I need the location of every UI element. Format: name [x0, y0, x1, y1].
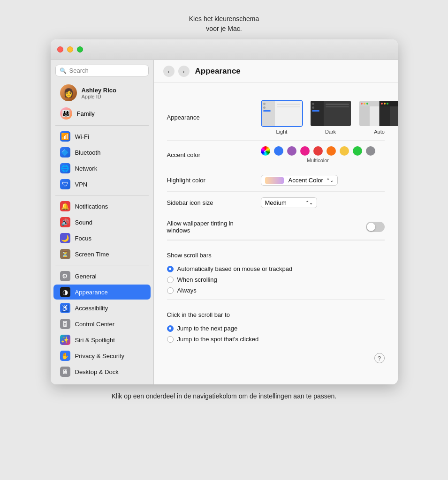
settings-window: 🔍 👩 Ashley Rico Apple ID 👨‍👩‍👧 Family 📶: [51, 39, 398, 384]
search-bar[interactable]: 🔍: [55, 65, 149, 76]
sidebar: 🔍 👩 Ashley Rico Apple ID 👨‍👩‍👧 Family 📶: [51, 60, 154, 384]
sidebar-item-general[interactable]: ⚙ General: [53, 269, 151, 284]
sidebar-item-desktop[interactable]: 🖥 Desktop & Dock: [53, 364, 151, 379]
scroll-always-option[interactable]: Always: [167, 287, 385, 294]
accent-red[interactable]: [313, 146, 323, 156]
titlebar: [51, 39, 398, 60]
general-label: General: [75, 273, 97, 280]
scroll-auto-option[interactable]: Automatically based on mouse or trackpad: [167, 265, 385, 272]
sidebar-item-siri[interactable]: ✨ Siri & Spotlight: [53, 332, 151, 347]
sound-label: Sound: [75, 219, 93, 226]
click-nextpage-radio[interactable]: [167, 325, 174, 332]
sidebar-size-value: Medium: [265, 199, 287, 206]
window-body: 🔍 👩 Ashley Rico Apple ID 👨‍👩‍👧 Family 📶: [51, 60, 398, 384]
appearance-auto-thumb: [358, 100, 398, 127]
privacy-icon: ✋: [60, 351, 70, 361]
help-area: ?: [167, 348, 385, 368]
sidebar-item-controlcenter[interactable]: 🎛 Control Center: [53, 316, 151, 331]
accent-pink[interactable]: [300, 146, 310, 156]
scroll-group-title: Show scroll bars: [167, 252, 385, 259]
forward-button[interactable]: ›: [178, 66, 190, 77]
appearance-light-thumb: [261, 100, 303, 127]
light-label: Light: [276, 129, 288, 135]
sidebar-item-notifications[interactable]: 🔔 Notifications: [53, 199, 151, 214]
click-section: Click in the scroll bar to Jump to the n…: [167, 300, 385, 348]
sidebar-size-dropdown[interactable]: Medium ⌃⌄: [261, 197, 317, 208]
accent-multicolor[interactable]: [261, 146, 270, 156]
scroll-when-radio[interactable]: [167, 277, 174, 283]
sidebar-item-focus[interactable]: 🌙 Focus: [53, 231, 151, 246]
dark-label: Dark: [325, 129, 336, 135]
sidebar-item-privacy[interactable]: ✋ Privacy & Security: [53, 348, 151, 363]
scroll-section: Show scroll bars Automatically based on …: [167, 240, 385, 300]
highlight-color-row: Highlight color Accent Color ⌃⌄: [167, 169, 385, 192]
maximize-button[interactable]: [77, 46, 83, 52]
click-group-title: Click in the scroll bar to: [167, 311, 385, 318]
accent-blue[interactable]: [274, 146, 283, 156]
click-spot-radio[interactable]: [167, 336, 174, 343]
sidebar-item-screentime[interactable]: ⏳ Screen Time: [53, 247, 151, 262]
click-radio-group: Click in the scroll bar to Jump to the n…: [167, 306, 385, 348]
sidebar-item-accessibility[interactable]: ♿ Accessibility: [53, 300, 151, 315]
sidebar-item-appearance[interactable]: ◑ Appearance: [53, 285, 151, 300]
sidebar-item-bluetooth[interactable]: 🔷 Bluetooth: [53, 145, 151, 160]
sidebar-size-label: Sidebar icon size: [167, 199, 251, 206]
sidebar-item-wifi[interactable]: 📶 Wi-Fi: [53, 129, 151, 144]
desktop-icon: 🖥: [60, 367, 70, 377]
tooltip-top: Kies het kleurenschema voor je Mac.: [189, 14, 259, 34]
screentime-icon: ⏳: [60, 249, 70, 259]
appearance-options: Light: [261, 100, 398, 135]
sidebar-item-vpn[interactable]: 🛡 VPN: [53, 177, 151, 192]
sidebar-size-control: Medium ⌃⌄: [261, 197, 385, 208]
accent-yellow[interactable]: [340, 146, 349, 156]
appearance-auto-option[interactable]: Auto: [358, 100, 398, 135]
appearance-light-option[interactable]: Light: [261, 100, 303, 135]
click-spot-option[interactable]: Jump to the spot that's clicked: [167, 336, 385, 343]
scroll-when-label: When scrolling: [177, 276, 217, 283]
back-button[interactable]: ‹: [163, 66, 175, 77]
thumb-sidebar-dark: [311, 101, 324, 126]
click-nextpage-option[interactable]: Jump to the next page: [167, 325, 385, 332]
accent-purple[interactable]: [287, 146, 296, 156]
family-label: Family: [77, 110, 95, 117]
sidebar-divider-3: [55, 265, 149, 265]
highlight-color-dropdown[interactable]: Accent Color ⌃⌄: [261, 175, 338, 186]
help-button[interactable]: ?: [374, 353, 385, 363]
scroll-always-radio[interactable]: [167, 287, 174, 294]
accent-green[interactable]: [353, 146, 362, 156]
accent-orange[interactable]: [327, 146, 336, 156]
wallpaper-tinting-toggle[interactable]: [366, 222, 385, 232]
profile-name: Ashley Rico: [82, 87, 116, 94]
scroll-when-option[interactable]: When scrolling: [167, 276, 385, 283]
appearance-options-control: Light: [261, 100, 398, 135]
accent-color-label: Accent color: [167, 151, 251, 158]
highlight-color-label: Highlight color: [167, 177, 251, 184]
main-content: ‹ › Appearance Appearance: [154, 60, 398, 384]
scroll-always-label: Always: [177, 287, 197, 294]
sidebar-item-network[interactable]: 🌐 Network: [53, 161, 151, 176]
minimize-button[interactable]: [67, 46, 73, 52]
click-spot-label: Jump to the spot that's clicked: [177, 336, 259, 343]
accent-gray[interactable]: [366, 146, 375, 156]
accent-sublabel: Multicolor: [307, 158, 329, 163]
desktop-label: Desktop & Dock: [75, 368, 119, 375]
network-icon: 🌐: [60, 163, 70, 173]
sidebar-item-sound[interactable]: 🔊 Sound: [53, 215, 151, 230]
profile-item[interactable]: 👩 Ashley Rico Apple ID: [53, 82, 151, 104]
appearance-icon: ◑: [60, 287, 70, 297]
scroll-auto-radio[interactable]: [167, 266, 174, 272]
bluetooth-icon: 🔷: [60, 147, 70, 158]
family-avatar-icon: 👨‍👩‍👧: [60, 107, 72, 120]
avatar: 👩: [60, 84, 77, 101]
close-button[interactable]: [57, 46, 63, 52]
appearance-dark-option[interactable]: Dark: [310, 100, 352, 135]
profile-text: Ashley Rico Apple ID: [82, 87, 116, 99]
thumb-sidebar-light: [262, 101, 275, 126]
search-input[interactable]: [69, 67, 144, 74]
highlight-color-control: Accent Color ⌃⌄: [261, 175, 385, 186]
sidebar-size-row: Sidebar icon size Medium ⌃⌄: [167, 192, 385, 214]
profile-sub: Apple ID: [82, 94, 116, 99]
accessibility-label: Accessibility: [75, 305, 108, 312]
sidebar-item-family[interactable]: 👨‍👩‍👧 Family: [53, 105, 151, 122]
privacy-label: Privacy & Security: [75, 352, 124, 360]
